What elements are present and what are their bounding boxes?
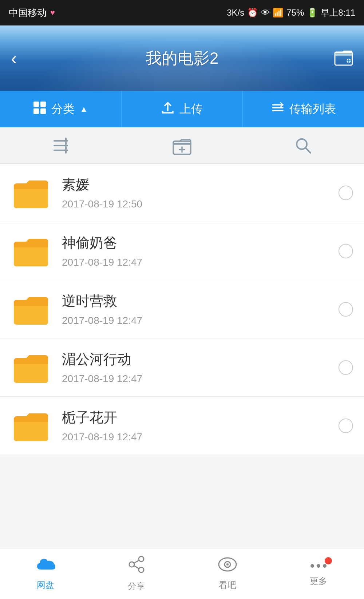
classify-button[interactable]: 分类 ▲ — [0, 91, 122, 127]
folder-icon — [11, 348, 51, 388]
classify-arrow: ▲ — [80, 104, 88, 114]
file-date: 2017-08-19 12:47 — [62, 431, 339, 443]
svg-point-22 — [139, 567, 144, 572]
svg-point-29 — [317, 564, 320, 568]
nav-label-share: 分享 — [128, 580, 145, 592]
more-icon-wrap — [309, 561, 328, 572]
speed-label: 3K/s — [227, 8, 244, 18]
battery-label: 75% — [286, 8, 304, 18]
file-date: 2017-08-19 12:47 — [62, 373, 339, 385]
nav-item-more[interactable]: 更多 — [273, 548, 364, 599]
nav-label-more: 更多 — [310, 575, 327, 587]
select-radio[interactable] — [339, 360, 353, 375]
watch-icon — [218, 556, 237, 576]
nav-item-share[interactable]: 分享 — [91, 548, 182, 599]
list-item[interactable]: 神偷奶爸 2017-08-19 12:47 — [0, 222, 364, 280]
toolbar: 分类 ▲ 上传 传输列表 — [0, 91, 364, 127]
status-bar: 中国移动 ♥ 3K/s ⏰ 👁 📶 75% 🔋 早上8:11 — [0, 0, 364, 25]
nav-label-watch: 看吧 — [219, 579, 236, 591]
file-info: 湄公河行动 2017-08-19 12:47 — [51, 350, 339, 385]
file-name: 神偷奶爸 — [62, 234, 339, 252]
back-button[interactable]: ‹ — [11, 48, 17, 69]
svg-point-21 — [129, 562, 134, 567]
search-button[interactable] — [243, 127, 364, 163]
status-left: 中国移动 ♥ — [9, 7, 55, 19]
file-list: 素媛 2017-08-19 12:50 神偷奶爸 2017-08-19 12:4… — [0, 164, 364, 548]
notification-badge — [325, 557, 332, 564]
eye-icon: 👁 — [261, 8, 270, 18]
folder-icon — [11, 289, 51, 329]
file-name: 湄公河行动 — [62, 350, 339, 369]
transfer-button[interactable]: 传输列表 — [243, 91, 364, 127]
file-name: 逆时营救 — [62, 292, 339, 310]
svg-line-19 — [305, 148, 310, 153]
file-date: 2017-08-19 12:47 — [62, 315, 339, 326]
folder-icon — [11, 406, 51, 446]
select-radio[interactable] — [339, 418, 353, 433]
file-info: 素媛 2017-08-19 12:50 — [51, 175, 339, 210]
file-date: 2017-08-19 12:50 — [62, 198, 339, 210]
select-radio[interactable] — [339, 244, 353, 258]
folder-list: 素媛 2017-08-19 12:50 神偷奶爸 2017-08-19 12:4… — [0, 164, 364, 455]
svg-rect-0 — [335, 52, 352, 65]
transfer-icon — [271, 101, 284, 118]
nav-label-cloud: 网盘 — [37, 579, 54, 591]
carrier-label: 中国移动 — [9, 7, 47, 19]
select-radio[interactable] — [339, 186, 353, 200]
list-item[interactable]: 素媛 2017-08-19 12:50 — [0, 164, 364, 222]
list-item[interactable]: 逆时营救 2017-08-19 12:47 — [0, 280, 364, 338]
file-name: 素媛 — [62, 175, 339, 194]
svg-point-27 — [226, 563, 229, 566]
folder-icon — [11, 231, 51, 271]
upload-button[interactable]: 上传 — [122, 91, 243, 127]
nav-item-cloud[interactable]: 网盘 — [0, 548, 91, 599]
svg-point-30 — [323, 564, 327, 568]
folder-icon — [11, 173, 51, 213]
health-icon: ♥ — [50, 8, 55, 17]
upload-label: 上传 — [179, 101, 203, 117]
transfer-label: 传输列表 — [289, 101, 336, 117]
nav-item-watch[interactable]: 看吧 — [182, 548, 273, 599]
sort-button[interactable] — [0, 127, 121, 163]
time-label: 早上8:11 — [321, 7, 355, 19]
bottom-nav: 网盘 分享 看吧 — [0, 548, 364, 599]
battery-icon: 🔋 — [307, 8, 318, 18]
list-item[interactable]: 湄公河行动 2017-08-19 12:47 — [0, 338, 364, 397]
status-right: 3K/s ⏰ 👁 📶 75% 🔋 早上8:11 — [227, 7, 355, 19]
new-folder-button[interactable] — [121, 127, 242, 163]
file-name: 栀子花开 — [62, 408, 339, 427]
list-item[interactable]: 栀子花开 2017-08-19 12:47 — [0, 397, 364, 455]
select-radio[interactable] — [339, 302, 353, 317]
share-icon — [127, 555, 146, 578]
signal-icon: 📶 — [273, 8, 284, 18]
file-info: 栀子花开 2017-08-19 12:47 — [51, 408, 339, 443]
svg-rect-4 — [33, 102, 39, 107]
svg-point-28 — [310, 564, 314, 568]
file-date: 2017-08-19 12:47 — [62, 257, 339, 268]
header: ‹ 我的电影2 — [0, 25, 364, 91]
file-info: 逆时营救 2017-08-19 12:47 — [51, 292, 339, 326]
classify-label: 分类 — [51, 101, 75, 117]
svg-line-23 — [134, 560, 139, 563]
upload-icon — [161, 101, 174, 118]
cloud-icon — [36, 556, 55, 576]
svg-rect-6 — [33, 108, 39, 114]
grid-icon — [33, 101, 46, 118]
folder-settings-button[interactable] — [334, 47, 353, 70]
file-info: 神偷奶爸 2017-08-19 12:47 — [51, 234, 339, 268]
alarm-icon: ⏰ — [247, 8, 258, 18]
action-bar — [0, 127, 364, 164]
svg-line-24 — [134, 566, 139, 568]
page-title: 我的电影2 — [146, 48, 218, 69]
svg-rect-7 — [40, 108, 46, 114]
svg-rect-5 — [40, 102, 46, 107]
svg-point-20 — [139, 556, 144, 562]
